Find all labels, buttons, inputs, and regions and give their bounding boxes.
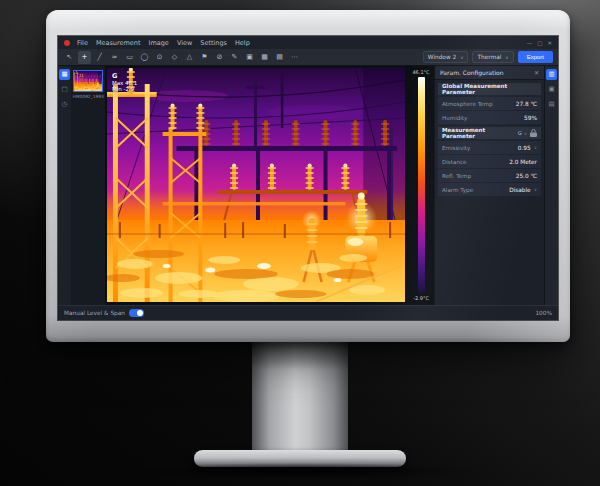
menu-item-view[interactable]: View bbox=[177, 39, 192, 47]
row-value: 27.8 ℃ bbox=[516, 101, 537, 107]
edit-tool-icon[interactable]: ✎ bbox=[228, 51, 241, 64]
main-area: ▦▢◷ HM0092_1993 bbox=[58, 66, 558, 305]
save-tool-icon[interactable]: ▤ bbox=[273, 51, 286, 64]
menu-item-settings[interactable]: Settings bbox=[200, 39, 227, 47]
section-global-parameter: Global Measurement Parameter bbox=[438, 83, 541, 95]
measurement-target-select[interactable]: G ∨ bbox=[518, 130, 527, 136]
chevron-down-icon: ∨ bbox=[524, 131, 527, 136]
row-atmosphere-temp: Atmosphere Temp 27.8 ℃ bbox=[438, 97, 541, 110]
rect-tool-icon[interactable]: ▭ bbox=[123, 51, 136, 64]
polygon-tool-icon[interactable]: ◇ bbox=[168, 51, 181, 64]
file-list-panel: HM0092_1993 bbox=[71, 66, 105, 305]
measurement-target-value: G bbox=[518, 130, 522, 136]
notes-icon[interactable]: ▤ bbox=[546, 99, 557, 110]
right-rail: ▥▣▤ bbox=[544, 66, 558, 305]
window-select-value: Window 2 bbox=[428, 54, 456, 60]
row-label: Alarm Type bbox=[442, 187, 506, 193]
maximize-icon[interactable]: □ bbox=[537, 40, 542, 46]
chevron-down-icon: ∨ bbox=[505, 55, 508, 60]
row-label: Humidity bbox=[442, 115, 521, 121]
monitor-screen: FileMeasurementImageViewSettingsHelp —□✕… bbox=[58, 36, 558, 320]
menu-bar: FileMeasurementImageViewSettingsHelp —□✕ bbox=[58, 36, 558, 49]
row-label: Atmosphere Temp bbox=[442, 101, 513, 107]
section-title: Global Measurement Parameter bbox=[442, 83, 537, 95]
scene: FileMeasurementImageViewSettingsHelp —□✕… bbox=[0, 0, 600, 486]
menu-item-measurement[interactable]: Measurement bbox=[96, 39, 141, 47]
ellipse-tool-icon[interactable]: ◯ bbox=[138, 51, 151, 64]
flag-tool-icon[interactable]: ⚑ bbox=[198, 51, 211, 64]
export-button[interactable]: Export bbox=[518, 51, 553, 63]
row-value: Disable bbox=[509, 187, 531, 193]
row-label: Refl. Temp bbox=[442, 173, 513, 179]
chevron-down-icon: ∨ bbox=[460, 55, 463, 60]
row-label: Emissivity bbox=[442, 145, 515, 151]
history-icon[interactable]: ◷ bbox=[59, 99, 70, 110]
view-mode-select[interactable]: Thermal ∨ bbox=[472, 51, 513, 63]
section-title: Measurement Parameter bbox=[442, 127, 515, 139]
toolbar-tools: ↖+╱≈▭◯⊙◇△⚑⊘✎▣▦▤⋯ bbox=[63, 51, 301, 64]
row-value: 25.0 ℃ bbox=[516, 173, 537, 179]
pointer-tool-icon[interactable]: ↖ bbox=[63, 51, 76, 64]
menu-item-file[interactable]: File bbox=[77, 39, 88, 47]
temperature-scale-bar[interactable] bbox=[418, 77, 425, 293]
chevron-down-icon: ∨ bbox=[534, 187, 537, 192]
menu-bar-items: FileMeasurementImageViewSettingsHelp bbox=[77, 39, 250, 47]
row-refl-temp: Refl. Temp 25.0 ℃ bbox=[438, 169, 541, 182]
row-value: 2.0 Meter bbox=[509, 159, 537, 165]
zoom-level-label: 100% bbox=[535, 310, 552, 316]
polyline-tool-icon[interactable]: ≈ bbox=[108, 51, 121, 64]
file-thumbnail-image bbox=[74, 71, 102, 91]
row-value: 0.95 bbox=[518, 145, 531, 151]
menu-item-help[interactable]: Help bbox=[235, 39, 250, 47]
file-thumbnail[interactable] bbox=[73, 70, 103, 92]
gallery-icon[interactable]: ▦ bbox=[59, 69, 70, 80]
thermal-analyzer-window: FileMeasurementImageViewSettingsHelp —□✕… bbox=[58, 36, 558, 320]
spot-tool-icon[interactable]: + bbox=[78, 51, 91, 64]
more-tool-icon[interactable]: ⋯ bbox=[288, 51, 301, 64]
row-distance: Distance 2.0 Meter bbox=[438, 155, 541, 168]
row-humidity: Humidity 59% bbox=[438, 111, 541, 124]
measurement-id: G bbox=[112, 72, 137, 80]
params-icon[interactable]: ▥ bbox=[546, 69, 557, 80]
circle-tool-icon[interactable]: ⊙ bbox=[153, 51, 166, 64]
monitor-frame: FileMeasurementImageViewSettingsHelp —□✕… bbox=[46, 10, 570, 342]
close-icon[interactable]: ✕ bbox=[534, 69, 539, 76]
thermal-image[interactable] bbox=[107, 68, 405, 302]
monitor-stand-neck bbox=[252, 340, 348, 452]
copy-tool-icon[interactable]: ▣ bbox=[243, 51, 256, 64]
window-select[interactable]: Window 2 ∨ bbox=[423, 51, 469, 63]
scale-max-label: 46.1°C bbox=[412, 69, 429, 75]
global-parameter-rows: Atmosphere Temp 27.8 ℃ Humidity 59% bbox=[438, 97, 541, 124]
floor-shadow bbox=[120, 463, 480, 479]
row-emissivity[interactable]: Emissivity 0.95 ∨ bbox=[438, 141, 541, 154]
row-label: Distance bbox=[442, 159, 506, 165]
manual-level-span-label: Manual Level & Span bbox=[64, 310, 125, 316]
row-value: 59% bbox=[524, 115, 537, 121]
measurement-overlay: G Max 46.1 Min -2.9 bbox=[112, 72, 137, 92]
toolbar: ↖+╱≈▭◯⊙◇△⚑⊘✎▣▦▤⋯ Window 2 ∨ Thermal ∨ Ex… bbox=[58, 49, 558, 66]
folder-icon[interactable]: ▢ bbox=[59, 84, 70, 95]
measurement-min: Min -2.9 bbox=[112, 86, 137, 92]
manual-level-span-toggle[interactable] bbox=[129, 309, 144, 317]
delta-tool-icon[interactable]: △ bbox=[183, 51, 196, 64]
image-tool-icon[interactable]: ▦ bbox=[258, 51, 271, 64]
status-bar: Manual Level & Span 100% bbox=[58, 305, 558, 320]
scale-min-label: -2.9°C bbox=[413, 295, 429, 301]
line-tool-icon[interactable]: ╱ bbox=[93, 51, 106, 64]
erase-tool-icon[interactable]: ⊘ bbox=[213, 51, 226, 64]
param-panel-header: Param. Configuration ✕ bbox=[435, 66, 544, 80]
left-rail: ▦▢◷ bbox=[58, 66, 71, 305]
param-panel-title: Param. Configuration bbox=[440, 69, 504, 76]
lock-icon[interactable] bbox=[530, 129, 537, 137]
measurement-parameter-rows: Emissivity 0.95 ∨ Distance 2.0 Meter Ref… bbox=[438, 141, 541, 196]
menu-item-image[interactable]: Image bbox=[149, 39, 169, 47]
row-alarm-type[interactable]: Alarm Type Disable ∨ bbox=[438, 183, 541, 196]
minimize-icon[interactable]: — bbox=[527, 40, 533, 46]
chevron-down-icon: ∨ bbox=[534, 145, 537, 150]
file-name-label: HM0092_1993 bbox=[73, 94, 104, 99]
layers-icon[interactable]: ▣ bbox=[546, 84, 557, 95]
window-controls: —□✕ bbox=[527, 40, 552, 46]
image-canvas: G Max 46.1 Min -2.9 46.1°C -2.9°C bbox=[105, 66, 434, 305]
view-mode-value: Thermal bbox=[477, 54, 501, 60]
close-icon[interactable]: ✕ bbox=[547, 40, 552, 46]
